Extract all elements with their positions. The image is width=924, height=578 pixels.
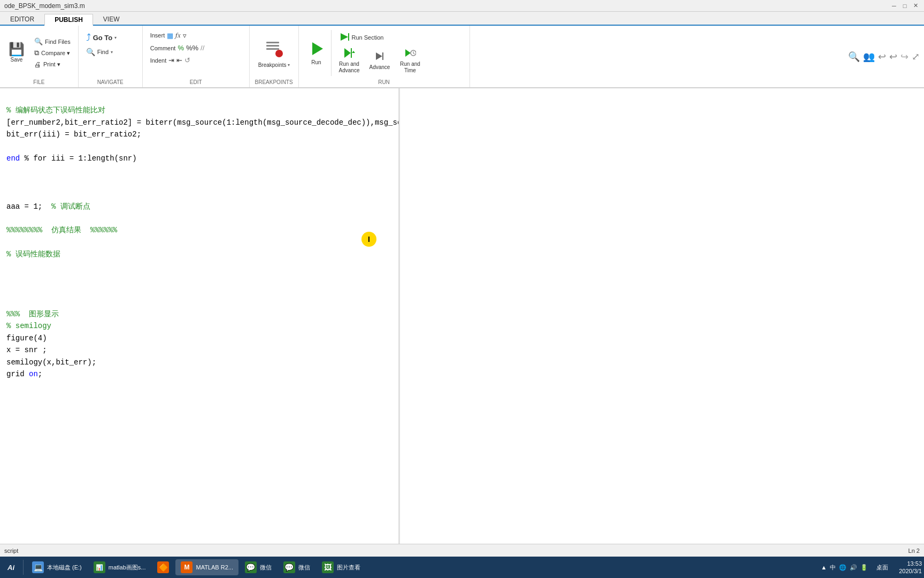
insert-button[interactable]: Insert ▦ 𝑓𝑥 ▿: [147, 30, 208, 41]
breakpoints-group: Breakpoints ▾ BREAKPOINTS: [250, 26, 299, 87]
code-line-19: figure(4): [6, 334, 47, 343]
run-group-label: RUN: [303, 78, 465, 87]
svg-rect-0: [266, 42, 279, 43]
local-disk-icon: 💻: [32, 561, 44, 573]
battery-icon[interactable]: 🔋: [860, 564, 868, 571]
wechat-2-icon: 💬: [283, 561, 295, 573]
ribbon-toolbar: 💾 Save 🔍 Find Files ⧉ Compare ▾ 🖨 Print …: [0, 26, 924, 88]
run-and-advance-button[interactable]: Run and Advance: [335, 45, 364, 76]
compare-button[interactable]: ⧉ Compare ▾: [31, 48, 74, 58]
undo3-icon[interactable]: ↪: [900, 51, 908, 63]
run-icon: [308, 40, 325, 58]
code-line-3: bit_err(iii) = bit_err_ratio2;: [6, 130, 141, 139]
advance-button[interactable]: Advance: [366, 48, 394, 73]
taskbar-ai-button[interactable]: Ai: [2, 561, 20, 574]
file-group-label: FILE: [4, 78, 74, 87]
tab-view[interactable]: VIEW: [93, 13, 130, 25]
undo2-icon[interactable]: ↩: [889, 51, 897, 63]
taskbar-image-viewer[interactable]: 🖼 图片查看: [317, 559, 366, 575]
run-group: Run Run Section: [299, 26, 470, 87]
taskbar-local-disk[interactable]: 💻 本地磁盘 (E:): [27, 559, 87, 575]
edit-group-label: EDIT: [147, 78, 245, 87]
lang-icon[interactable]: 中: [830, 564, 836, 572]
taskbar-matlab-chart[interactable]: 📊 matlab画图s...: [88, 559, 151, 575]
print-button[interactable]: 🖨 Print ▾: [31, 59, 74, 70]
print-icon: 🖨: [34, 60, 41, 69]
run-and-time-label: Run and Time: [400, 61, 420, 74]
find-label: Find: [97, 49, 109, 55]
tab-publish[interactable]: PUBLISH: [44, 14, 93, 26]
taskbar-wechat-2[interactable]: 💬 微信: [278, 559, 315, 575]
wechat-1-icon: 💬: [245, 561, 257, 573]
taskbar-wechat-1[interactable]: 💬 微信: [240, 559, 277, 575]
taskbar-right: ▲ 中 🌐 🔊 🔋 桌面 13:53 2020/3/1: [821, 560, 922, 575]
community-icon[interactable]: 👥: [863, 51, 875, 63]
run-section-label: Run Section: [352, 34, 384, 41]
insert-fx-icon: 𝑓𝑥: [175, 31, 181, 40]
ai-icon: Ai: [7, 564, 14, 572]
taskbar-matlab-logo[interactable]: 🔶: [152, 559, 174, 575]
comment3-icon: //: [201, 44, 204, 52]
undo-icon[interactable]: ↩: [878, 51, 886, 63]
taskbar-clock[interactable]: 13:53 2020/3/1: [899, 560, 922, 575]
indent3-icon: ↺: [184, 56, 190, 64]
goto-button[interactable]: ⤴ Go To ▾: [83, 31, 120, 44]
ribbon-spacer: [470, 26, 844, 87]
run-section-button[interactable]: Run Section: [335, 30, 425, 45]
find-arrow-icon: ▾: [111, 50, 113, 55]
code-line-17: %%% 图形显示: [6, 310, 59, 318]
matlab-logo-icon: 🔶: [157, 561, 169, 573]
expand-icon[interactable]: ⤢: [912, 51, 920, 63]
svg-marker-5: [341, 33, 348, 41]
status-line-info: Ln 2: [908, 547, 920, 554]
find-files-icon: 🔍: [34, 37, 43, 45]
find-button[interactable]: 🔍 Find ▾: [83, 47, 116, 57]
svg-marker-9: [352, 51, 355, 53]
insert-icon: ▦: [167, 32, 173, 40]
find-files-button[interactable]: 🔍 Find Files: [31, 36, 74, 47]
volume-icon[interactable]: 🔊: [850, 564, 857, 571]
ribbon-right-icons: 🔍 👥 ↩ ↩ ↪ ⤢: [844, 26, 924, 87]
navigate-group: ⤴ Go To ▾ 🔍 Find ▾ NAVIGATE: [79, 26, 143, 87]
show-hidden-icon[interactable]: ▲: [821, 564, 827, 571]
matlab-r2-label: MATLAB R2...: [196, 564, 233, 571]
code-line-20: x = snr ;: [6, 346, 47, 354]
indent2-icon: ⇤: [176, 56, 182, 64]
image-viewer-label: 图片查看: [337, 564, 360, 572]
advance-label: Advance: [369, 64, 390, 71]
image-viewer-icon: 🖼: [322, 561, 334, 573]
run-advance-icon: [343, 47, 355, 60]
editor-main[interactable]: % 编解码状态下误码性能比对 [err_number2,bit_err_rati…: [0, 88, 398, 559]
status-bar: script Ln 2: [0, 544, 924, 557]
maximize-button[interactable]: □: [900, 2, 909, 10]
svg-point-3: [275, 50, 283, 57]
svg-line-15: [413, 53, 414, 54]
code-line-2: [err_number2,bit_err_ratio2] = biterr(ms…: [6, 118, 398, 127]
run-button[interactable]: Run: [303, 28, 330, 78]
wechat-2-label: 微信: [298, 564, 310, 572]
breakpoints-button[interactable]: Breakpoints ▾: [254, 36, 294, 70]
advance-icon: [374, 50, 386, 63]
taskbar-matlab-r2[interactable]: M MATLAB R2...: [175, 559, 238, 575]
comment-label: Comment: [150, 45, 176, 51]
comment-icon: %: [178, 44, 184, 52]
comment-button[interactable]: Comment % %% //: [147, 43, 208, 53]
run-and-time-button[interactable]: Run and Time: [395, 45, 425, 76]
text-cursor: I: [361, 232, 376, 247]
code-line-13: % 误码性能数据: [6, 250, 60, 258]
search-docs-icon[interactable]: 🔍: [848, 51, 860, 63]
print-label: Print ▾: [43, 61, 60, 68]
run-and-advance-label: Run and Advance: [339, 61, 360, 74]
code-line-1: % 编解码状态下误码性能比对: [6, 106, 105, 115]
close-button[interactable]: ✕: [911, 2, 920, 10]
minimize-button[interactable]: ─: [890, 2, 898, 10]
save-button[interactable]: 💾 Save: [4, 37, 29, 69]
tab-editor[interactable]: EDITOR: [0, 13, 44, 25]
editor-code[interactable]: % 编解码状态下误码性能比对 [err_number2,bit_err_rati…: [0, 88, 398, 397]
desktop-button[interactable]: 桌面: [872, 562, 892, 573]
network-icon[interactable]: 🌐: [839, 564, 846, 571]
indent-button[interactable]: Indent ⇥ ⇤ ↺: [147, 55, 208, 65]
matlab-chart-icon: 📊: [94, 561, 105, 573]
edit-group: Insert ▦ 𝑓𝑥 ▿ Comment % %% // Indent ⇥ ⇤…: [143, 26, 250, 87]
compare-icon: ⧉: [34, 49, 39, 57]
